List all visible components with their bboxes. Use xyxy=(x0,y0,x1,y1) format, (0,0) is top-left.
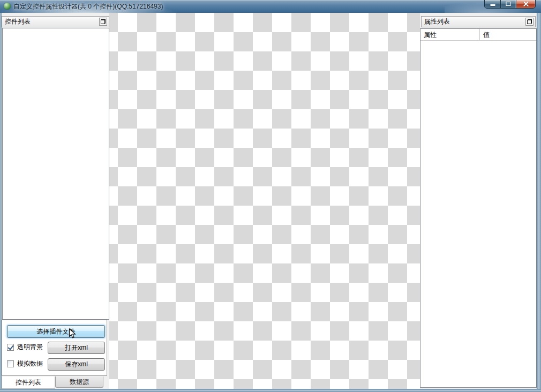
control-list-dock-title: 控件列表 xyxy=(5,18,31,25)
window-border-bottom xyxy=(0,389,541,392)
close-icon xyxy=(523,1,529,7)
maximize-button[interactable] xyxy=(501,0,516,9)
checkbox-box[interactable] xyxy=(7,344,14,351)
property-list-dock-header: 属性列表 xyxy=(421,16,536,27)
checkbox-label: 透明背景 xyxy=(17,343,43,351)
window-border-left xyxy=(0,13,2,392)
property-list-dock-title: 属性列表 xyxy=(424,18,450,25)
minimize-icon xyxy=(490,4,495,6)
checkbox-label: 模拟数据 xyxy=(17,360,43,368)
control-list[interactable] xyxy=(2,28,109,320)
transparent-background-checkbox[interactable]: 透明背景 xyxy=(7,343,43,351)
window-title: 自定义控件属性设计器(共 0 个控件)(QQ:517216493) xyxy=(13,0,163,13)
property-table-body[interactable] xyxy=(420,41,536,387)
application-window: 自定义控件属性设计器(共 0 个控件)(QQ:517216493) 控件列表 选… xyxy=(0,0,541,392)
float-panel-button[interactable] xyxy=(525,18,534,26)
float-panel-icon xyxy=(527,19,532,24)
float-panel-button[interactable] xyxy=(99,18,107,26)
control-list-dock: 控件列表 选择插件文件 透明背景 打开xml 模拟数据 保存xml 控件列表 数… xyxy=(2,13,109,389)
minimize-button[interactable] xyxy=(484,0,501,9)
control-list-dock-header: 控件列表 xyxy=(2,16,109,27)
dock-tab-bar: 控件列表 数据源 xyxy=(2,376,109,389)
plugin-controls-panel: 选择插件文件 透明背景 打开xml 模拟数据 保存xml xyxy=(2,320,107,376)
tab-data-source[interactable]: 数据源 xyxy=(55,376,103,388)
tab-control-list[interactable]: 控件列表 xyxy=(2,376,55,389)
property-table-header: 属性 值 xyxy=(420,29,536,41)
column-header-value[interactable]: 值 xyxy=(480,29,536,40)
float-panel-icon xyxy=(101,19,106,24)
window-controls xyxy=(484,0,536,9)
save-xml-button[interactable]: 保存xml xyxy=(48,358,105,371)
design-canvas-checkerboard xyxy=(109,13,420,389)
mouse-cursor-icon xyxy=(69,328,76,340)
maximize-icon xyxy=(506,2,511,6)
app-icon xyxy=(4,3,11,10)
open-xml-button[interactable]: 打开xml xyxy=(48,342,105,354)
window-border-right xyxy=(537,13,541,392)
titlebar[interactable]: 自定义控件属性设计器(共 0 个控件)(QQ:517216493) xyxy=(0,0,541,13)
checkbox-box[interactable] xyxy=(7,360,14,367)
close-button[interactable] xyxy=(516,0,536,9)
property-table: 属性 值 xyxy=(420,28,537,388)
mock-data-checkbox[interactable]: 模拟数据 xyxy=(7,360,43,368)
property-list-dock: 属性列表 属性 值 xyxy=(420,13,537,389)
column-header-property[interactable]: 属性 xyxy=(420,29,480,40)
select-plugin-file-button[interactable]: 选择插件文件 xyxy=(7,325,105,338)
